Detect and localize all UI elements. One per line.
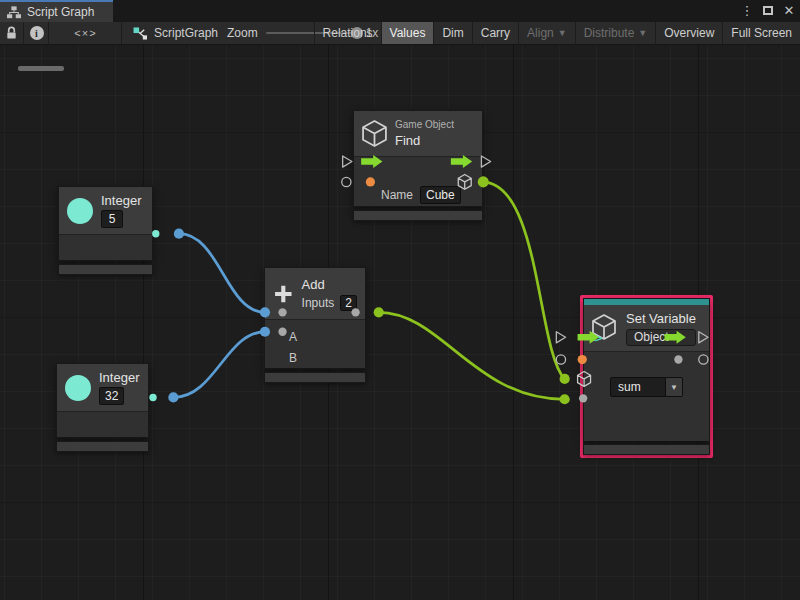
maximize-icon[interactable]: [761, 0, 775, 22]
node-category: Game Object: [395, 119, 454, 130]
integer-value-field[interactable]: 5: [101, 210, 123, 228]
node-ports: [59, 234, 152, 260]
wire-endpoint[interactable]: [174, 229, 184, 239]
node-title: Integer: [101, 193, 141, 208]
node-integer-5[interactable]: Integer 5: [58, 186, 153, 275]
integer-value-field[interactable]: 32: [99, 387, 124, 405]
node-title: Add: [302, 277, 357, 292]
script-graph-icon: [133, 27, 148, 40]
integer-literal-icon: [67, 198, 93, 224]
wire-endpoint[interactable]: [560, 394, 570, 404]
align-button[interactable]: Align ▼: [518, 22, 575, 44]
info-button[interactable]: i: [25, 22, 49, 44]
tab-label: Script Graph: [27, 5, 94, 19]
inputs-count-field[interactable]: 2: [340, 295, 357, 311]
variable-code-icon: <>: [590, 332, 601, 344]
node-title: Set Variable: [626, 311, 696, 326]
name-port-label: Name: [381, 188, 413, 202]
node-title: Integer: [99, 370, 139, 385]
node-add[interactable]: Add Inputs 2 A B: [264, 267, 366, 383]
chevron-down-icon: ▼: [558, 29, 567, 38]
variable-name-dropdown[interactable]: sum ▼: [610, 377, 683, 397]
wire-endpoint[interactable]: [560, 374, 570, 384]
wire-find-to-setvar[interactable]: [483, 182, 564, 379]
info-icon: i: [30, 26, 44, 40]
game-object-cube-icon: [362, 120, 387, 147]
chevron-down-icon: ▼: [638, 29, 647, 38]
lock-button[interactable]: [0, 22, 24, 44]
integer-literal-icon: [65, 375, 91, 401]
inputs-label: Inputs: [302, 296, 335, 310]
distribute-button[interactable]: Distribute ▼: [575, 22, 656, 44]
fullscreen-button[interactable]: Full Screen: [722, 22, 800, 44]
tab-script-graph[interactable]: Script Graph: [0, 0, 113, 22]
chevron-down-icon: ▼: [666, 377, 683, 397]
wire-add-to-setvar[interactable]: [379, 312, 565, 399]
port-label-a: A: [289, 330, 297, 344]
node-ports: [57, 411, 148, 437]
node-title: Find: [395, 133, 454, 148]
wire-endpoint[interactable]: [374, 307, 384, 317]
integer-output-port[interactable]: [152, 230, 159, 237]
port-label-b: B: [289, 351, 297, 365]
horizontal-scrollbar-thumb[interactable]: [18, 66, 64, 71]
integer-output-port[interactable]: [149, 394, 156, 401]
graph-canvas[interactable]: Integer 5 Integer 32: [0, 45, 800, 600]
carry-button[interactable]: Carry: [472, 22, 518, 44]
values-button[interactable]: Values: [381, 22, 434, 44]
node-integer-32[interactable]: Integer 32: [56, 363, 149, 452]
wire-endpoint[interactable]: [168, 392, 178, 402]
relations-button[interactable]: Relations: [314, 22, 381, 44]
lock-icon: [5, 26, 18, 40]
wire-int32-to-addB[interactable]: [173, 332, 265, 398]
node-footer: [583, 444, 710, 455]
node-footer: [58, 264, 153, 275]
zoom-label: Zoom: [227, 26, 258, 40]
edit-source-button[interactable]: <×>: [50, 22, 122, 44]
node-set-variable[interactable]: <> Set Variable Object ▼ sum ▼: [580, 295, 713, 458]
title-bar: Script Graph ⋮ ✕: [0, 0, 800, 22]
node-footer: [56, 441, 149, 452]
graph-breadcrumb[interactable]: ScriptGraph: [133, 22, 218, 44]
close-icon[interactable]: ✕: [782, 0, 796, 22]
graph-hierarchy-icon: [7, 6, 21, 19]
chevron-down-icon: ▼: [674, 333, 683, 342]
dim-button[interactable]: Dim: [433, 22, 471, 44]
add-icon: [273, 280, 294, 308]
name-value-field[interactable]: Cube: [420, 186, 461, 204]
variable-scope-dropdown[interactable]: Object ▼: [626, 329, 696, 346]
overview-button[interactable]: Overview: [655, 22, 722, 44]
code-icon: <×>: [74, 27, 96, 39]
graph-name-label: ScriptGraph: [154, 26, 218, 40]
node-footer: [353, 210, 483, 221]
node-footer: [264, 372, 366, 383]
node-gameobject-find[interactable]: Game Object Find Name Cube: [353, 110, 483, 221]
kebab-menu-icon[interactable]: ⋮: [740, 0, 754, 22]
graph-toolbar: i <×> ScriptGraph Zoom 1x Relations Valu…: [0, 22, 800, 45]
wire-int5-to-addA[interactable]: [179, 234, 265, 313]
